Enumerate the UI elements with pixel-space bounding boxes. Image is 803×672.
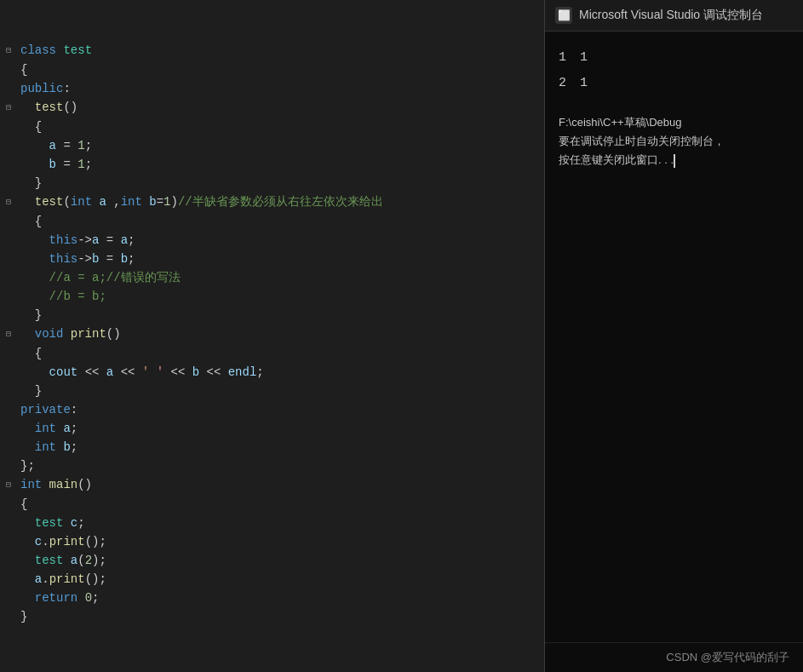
code-line: public: [0,79,544,98]
code-text: return 0; [17,589,544,607]
code-text: { [17,495,544,514]
code-line: int a; [0,419,544,438]
code-line: { [0,344,544,363]
code-line: ⊟int main() [0,475,544,495]
debug-msg2: 按任意键关闭此窗口. . . [559,151,789,169]
code-text: c.print(); [17,532,544,551]
code-line: c.print(); [0,532,544,551]
code-line: { [0,118,544,136]
code-text: private: [17,400,544,419]
code-line: { [0,60,544,79]
code-text: { [17,118,544,136]
fold-gutter[interactable]: ⊟ [0,325,17,344]
code-line: this->a = a; [0,231,544,250]
debug-line-num: 1 [559,45,566,71]
code-text: test a(2); [17,551,544,570]
code-line: test c; [0,514,544,532]
code-text: int main() [17,475,544,494]
code-text: class test [17,41,544,60]
debug-footer: CSDN @爱写代码的刮子 [545,642,803,672]
debug-title: Microsoft Visual Studio 调试控制台 [579,8,763,23]
code-text: test(int a ,int b=1)//半缺省参数必须从右往左依次来给出 [17,192,544,211]
debug-line-val: 1 [580,71,588,96]
code-text: public: [17,79,544,98]
fold-gutter[interactable]: ⊟ [0,41,17,60]
code-text: } [17,382,544,400]
vs-icon: ⬜ [555,7,572,24]
debug-line-val: 1 [580,45,588,71]
code-text: this->a = a; [17,231,544,250]
code-text: }; [17,457,544,475]
code-text: { [17,344,544,363]
debug-console: ⬜ Microsoft Visual Studio 调试控制台 1121 F:\… [545,0,803,672]
code-line: this->b = b; [0,250,544,268]
code-line: } [0,306,544,325]
code-line: ⊟ test() [0,98,544,118]
code-line: a = 1; [0,136,544,155]
debug-msg1: 要在调试停止时自动关闭控制台， [559,132,789,151]
code-line: //b = b; [0,287,544,306]
code-text: { [17,60,544,79]
fold-gutter[interactable]: ⊟ [0,475,17,495]
code-text: this->b = b; [17,250,544,268]
fold-gutter[interactable]: ⊟ [0,192,17,212]
code-line: return 0; [0,589,544,607]
code-editor[interactable]: ⊟class test{public:⊟ test() { a = 1; b =… [0,0,545,672]
code-line: } [0,174,544,192]
code-line: int b; [0,438,544,457]
code-text: } [17,174,544,192]
debug-info: F:\ceishi\C++草稿\Debug 要在调试停止时自动关闭控制台， 按任… [559,113,789,169]
code-line: //a = a;//错误的写法 [0,268,544,287]
code-text: } [17,607,544,626]
fold-gutter[interactable]: ⊟ [0,98,17,118]
debug-output-line: 21 [559,71,789,96]
code-line: cout << a << ' ' << b << endl; [0,363,544,382]
code-line: ⊟ void print() [0,325,544,344]
code-line: { [0,212,544,231]
debug-header: ⬜ Microsoft Visual Studio 调试控制台 [545,0,803,32]
code-line: ⊟ test(int a ,int b=1)//半缺省参数必须从右往左依次来给出 [0,192,544,212]
debug-path: F:\ceishi\C++草稿\Debug [559,113,789,132]
debug-line-num: 2 [559,71,566,96]
debug-output-line: 11 [559,45,789,71]
code-text: cout << a << ' ' << b << endl; [17,363,544,382]
code-line: ⊟class test [0,41,544,60]
code-text: void print() [17,325,544,343]
code-line: a.print(); [0,570,544,589]
code-text: int a; [17,419,544,438]
code-text: } [17,306,544,325]
code-line: }; [0,457,544,475]
code-text: int b; [17,438,544,457]
code-line: } [0,607,544,626]
debug-output: 1121 F:\ceishi\C++草稿\Debug 要在调试停止时自动关闭控制… [545,32,803,642]
code-text: test() [17,98,544,117]
code-text: a.print(); [17,570,544,589]
code-line: test a(2); [0,551,544,570]
code-line: } [0,382,544,400]
code-text: //a = a;//错误的写法 [17,268,544,287]
code-line: b = 1; [0,155,544,174]
code-line: private: [0,400,544,419]
code-text: //b = b; [17,287,544,306]
code-text: a = 1; [17,136,544,155]
code-text: { [17,212,544,231]
code-text: test c; [17,514,544,532]
code-line: { [0,495,544,514]
code-text: b = 1; [17,155,544,174]
